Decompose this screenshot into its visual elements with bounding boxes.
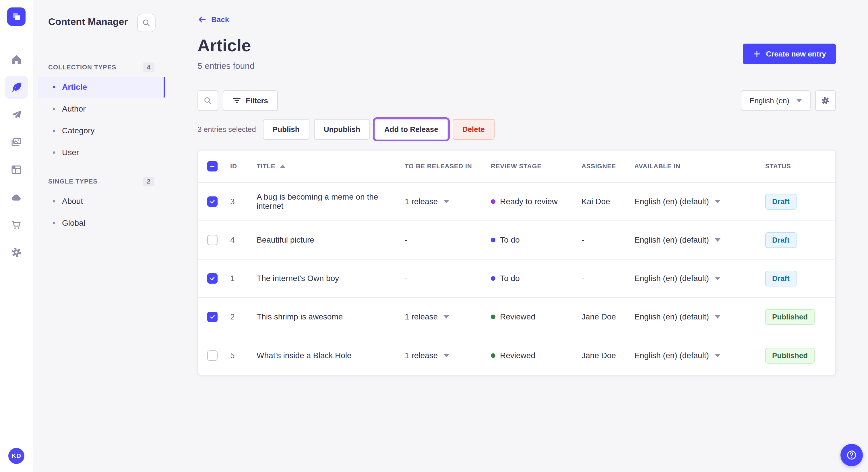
table-row[interactable]: 5 What's inside a Black Hole 1 release R… bbox=[198, 336, 835, 375]
release-value: - bbox=[405, 235, 407, 245]
single-types-section: SINGLE TYPES 2 About Global bbox=[33, 173, 165, 235]
cell-review-stage: Reviewed bbox=[491, 351, 582, 360]
main-content: Back Article 5 entries found Create new … bbox=[165, 0, 868, 472]
collection-types-section: COLLECTION TYPES 4 Article Author Catego… bbox=[33, 59, 165, 164]
subnav-title: Content Manager bbox=[48, 14, 128, 27]
chevron-down-icon bbox=[715, 200, 720, 203]
entries-table: ID TITLE TO BE RELEASED IN REVIEW STAGE … bbox=[197, 150, 836, 375]
row-checkbox[interactable] bbox=[207, 350, 218, 361]
cell-available-dropdown[interactable]: English (en) (default) bbox=[634, 197, 765, 206]
cell-assignee: - bbox=[582, 274, 634, 283]
content-feather-icon[interactable] bbox=[5, 76, 28, 99]
cell-release-dropdown[interactable]: 1 release bbox=[405, 312, 491, 322]
row-checkbox[interactable] bbox=[207, 312, 218, 322]
cell-available-dropdown[interactable]: English (en) (default) bbox=[634, 274, 765, 283]
column-header-stage[interactable]: REVIEW STAGE bbox=[491, 163, 582, 170]
send-icon[interactable] bbox=[5, 103, 28, 126]
app-window: KD Content Manager COLLECTION TYPES 4 Ar… bbox=[0, 0, 868, 472]
filters-button[interactable]: Filters bbox=[223, 90, 278, 111]
table-row[interactable]: 2 This shrimp is awesome 1 release Revie… bbox=[198, 298, 835, 336]
cloud-icon[interactable] bbox=[5, 186, 28, 209]
check-icon bbox=[209, 275, 216, 281]
filter-icon bbox=[232, 97, 241, 104]
sidebar-item-user[interactable]: User bbox=[38, 142, 165, 163]
cell-release-dropdown[interactable]: 1 release bbox=[405, 197, 491, 206]
sidebar-item-about[interactable]: About bbox=[38, 191, 165, 212]
layout-icon[interactable] bbox=[5, 158, 28, 181]
column-header-assignee[interactable]: ASSIGNEE bbox=[582, 163, 634, 170]
column-header-release[interactable]: TO BE RELEASED IN bbox=[405, 163, 491, 170]
create-new-entry-button[interactable]: Create new entry bbox=[743, 43, 836, 64]
help-button[interactable] bbox=[840, 444, 863, 466]
stage-dot-icon bbox=[491, 199, 495, 204]
available-value: English (en) (default) bbox=[634, 274, 709, 283]
cart-icon[interactable] bbox=[5, 213, 28, 236]
bullet-icon bbox=[53, 151, 55, 154]
status-badge: Published bbox=[765, 309, 815, 325]
gear-icon[interactable] bbox=[815, 90, 836, 111]
release-value: 1 release bbox=[405, 351, 438, 360]
sidebar-item-label: About bbox=[62, 197, 83, 206]
home-icon[interactable] bbox=[5, 48, 28, 71]
chevron-down-icon bbox=[796, 99, 802, 102]
back-link[interactable]: Back bbox=[197, 15, 229, 24]
section-label: COLLECTION TYPES bbox=[48, 64, 116, 71]
sidebar-item-category[interactable]: Category bbox=[38, 121, 165, 141]
subnav-divider bbox=[48, 45, 62, 45]
check-icon bbox=[209, 314, 216, 320]
publish-button[interactable]: Publish bbox=[263, 119, 309, 140]
unpublish-button[interactable]: Unpublish bbox=[314, 119, 370, 140]
column-header-title[interactable]: TITLE bbox=[257, 163, 405, 170]
stage-label: Reviewed bbox=[500, 312, 535, 322]
search-icon[interactable] bbox=[137, 14, 156, 32]
bullet-icon bbox=[53, 108, 55, 110]
indeterminate-dash-icon bbox=[210, 164, 215, 169]
table-row[interactable]: 3 A bug is becoming a meme on the intern… bbox=[198, 183, 835, 221]
publish-label: Publish bbox=[273, 125, 300, 134]
column-header-id[interactable]: ID bbox=[230, 163, 257, 170]
row-checkbox[interactable] bbox=[207, 235, 218, 245]
user-avatar[interactable]: KD bbox=[8, 448, 24, 464]
search-icon[interactable] bbox=[197, 90, 218, 111]
table-row[interactable]: 4 Beautiful picture - To do - English (e… bbox=[198, 221, 835, 260]
chevron-down-icon bbox=[715, 277, 720, 280]
column-header-available[interactable]: AVAILABLE IN bbox=[634, 163, 765, 170]
section-count-badge: 4 bbox=[143, 63, 154, 72]
bullet-icon bbox=[53, 222, 55, 224]
cell-review-stage: To do bbox=[491, 235, 582, 245]
cell-available-dropdown[interactable]: English (en) (default) bbox=[634, 351, 765, 360]
sidebar-item-global[interactable]: Global bbox=[38, 213, 165, 233]
delete-button[interactable]: Delete bbox=[453, 119, 495, 140]
media-icon[interactable] bbox=[5, 131, 28, 154]
add-to-release-button[interactable]: Add to Release bbox=[375, 119, 448, 140]
cell-id: 2 bbox=[230, 312, 257, 322]
stage-label: Ready to review bbox=[500, 197, 558, 206]
cell-available-dropdown[interactable]: English (en) (default) bbox=[634, 235, 765, 245]
section-label: SINGLE TYPES bbox=[48, 178, 98, 185]
row-checkbox[interactable] bbox=[207, 196, 218, 207]
column-header-title-label: TITLE bbox=[257, 163, 275, 170]
chevron-down-icon bbox=[715, 354, 720, 357]
sidebar-item-author[interactable]: Author bbox=[38, 99, 165, 119]
cell-title: What's inside a Black Hole bbox=[257, 351, 405, 360]
table-row[interactable]: 1 The internet's Own boy - To do - Engli… bbox=[198, 260, 835, 298]
cell-release: - bbox=[405, 235, 491, 245]
locale-value: English (en) bbox=[749, 96, 789, 105]
available-value: English (en) (default) bbox=[634, 197, 709, 206]
cell-available-dropdown[interactable]: English (en) (default) bbox=[634, 312, 765, 322]
row-checkbox[interactable] bbox=[207, 273, 218, 283]
settings-icon[interactable] bbox=[5, 241, 28, 264]
sidebar-item-article[interactable]: Article bbox=[38, 77, 165, 98]
create-new-entry-label: Create new entry bbox=[766, 49, 826, 59]
sidebar-item-label: Author bbox=[62, 104, 86, 113]
cell-release-dropdown[interactable]: 1 release bbox=[405, 351, 491, 360]
column-header-status[interactable]: STATUS bbox=[765, 163, 826, 170]
status-badge: Published bbox=[765, 348, 815, 364]
cell-title: Beautiful picture bbox=[257, 235, 405, 245]
entries-count: 5 entries found bbox=[197, 61, 254, 71]
stage-label: Reviewed bbox=[500, 351, 535, 360]
strapi-logo[interactable] bbox=[7, 7, 26, 26]
stage-dot-icon bbox=[491, 314, 495, 319]
locale-select[interactable]: English (en) bbox=[741, 90, 811, 111]
select-all-checkbox[interactable] bbox=[207, 161, 218, 171]
